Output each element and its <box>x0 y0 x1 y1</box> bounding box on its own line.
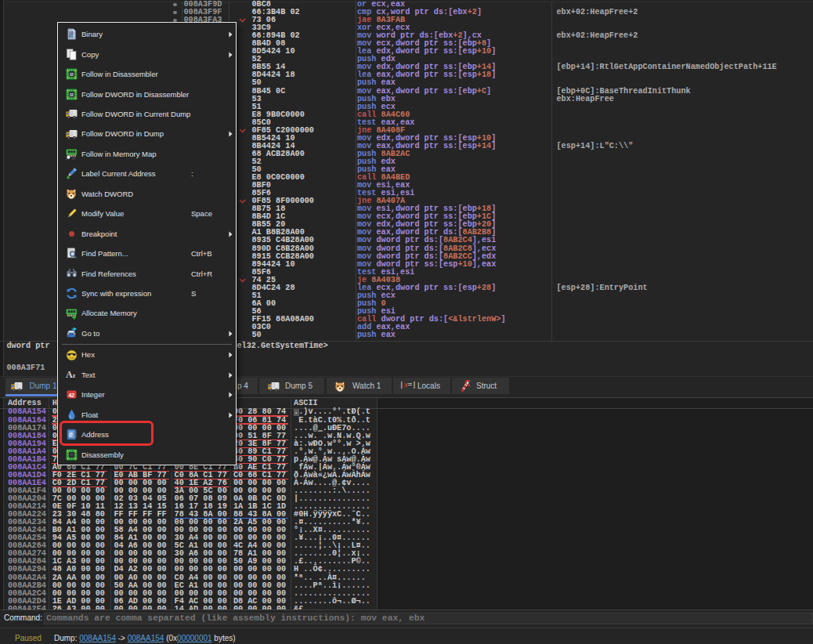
svg-text:32: 32 <box>70 92 74 96</box>
svg-text:@: @ <box>71 154 76 160</box>
svg-text:32: 32 <box>70 73 74 77</box>
svg-text:42: 42 <box>68 393 74 398</box>
svg-text:01: 01 <box>69 35 74 39</box>
